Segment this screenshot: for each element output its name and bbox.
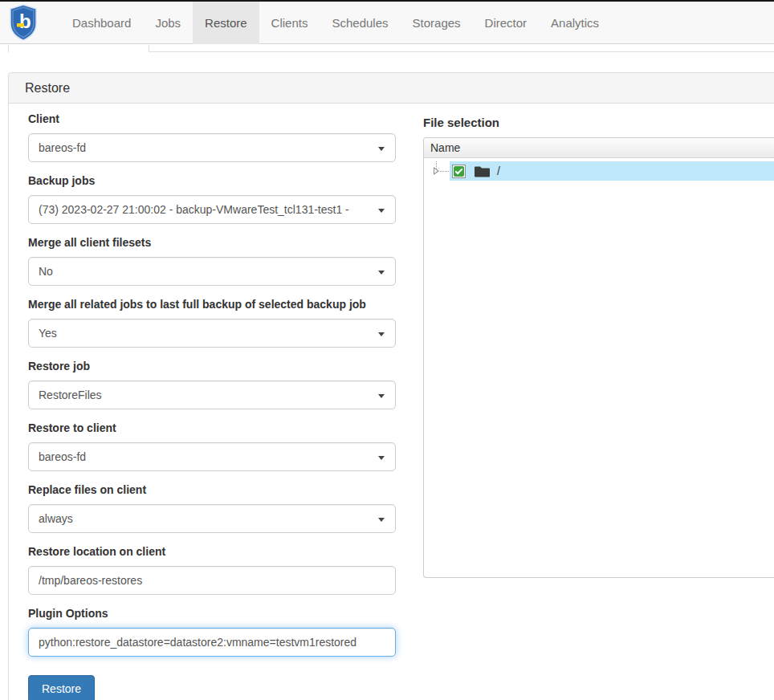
svg-text:b: b — [19, 10, 31, 32]
restore-to-client-select-value: bareos-fd — [39, 450, 371, 463]
backup-jobs-label: Backup jobs — [28, 174, 396, 187]
triangle-inner — [434, 169, 438, 173]
tree-column-header-label: Name — [430, 141, 460, 154]
merge-filesets-label: Merge all client filesets — [28, 236, 396, 249]
plugin-options-label: Plugin Options — [28, 607, 396, 620]
tree-row-root[interactable]: / — [424, 161, 774, 181]
restore-location-input[interactable] — [28, 566, 396, 595]
replace-files-label: Replace files on client — [28, 483, 396, 496]
chevron-down-icon — [378, 209, 385, 213]
main-navbar: b Dashboard Jobs Restore Clients Schedul… — [0, 2, 774, 44]
chevron-down-icon — [378, 271, 385, 275]
backup-jobs-select-value: (73) 2023-02-27 21:00:02 - backup-VMware… — [39, 203, 371, 216]
restore-job-label: Restore job — [28, 360, 396, 372]
expand-arrow-icon[interactable] — [430, 161, 450, 181]
form-group-plugin-options: Plugin Options — [28, 607, 396, 657]
tab-bar-border — [149, 51, 774, 52]
restore-location-label: Restore location on client — [28, 545, 396, 558]
file-selection-section: File selection Name / — [423, 112, 774, 578]
nav-item-schedules[interactable]: Schedules — [320, 2, 400, 44]
client-select-value: bareos-fd — [39, 141, 371, 154]
merge-filesets-select-value: No — [39, 265, 371, 278]
tree-column-header-name[interactable]: Name — [424, 138, 774, 158]
replace-files-select[interactable]: always — [28, 504, 396, 533]
bareos-logo[interactable]: b — [10, 4, 37, 41]
file-selection-title: File selection — [423, 116, 774, 129]
merge-related-select-value: Yes — [39, 327, 371, 340]
panel-title: Restore — [9, 73, 774, 104]
folder-icon — [474, 165, 491, 178]
form-group-replace-files: Replace files on client always — [28, 483, 396, 533]
restore-to-client-label: Restore to client — [28, 421, 396, 434]
tab-strip — [0, 45, 774, 72]
restore-form: Client bareos-fd Backup jobs (73) 2023-0… — [28, 112, 396, 700]
checkbox-checked-icon[interactable] — [452, 165, 466, 178]
nav-item-analytics[interactable]: Analytics — [539, 2, 611, 44]
form-group-restore-job: Restore job RestoreFiles — [28, 360, 396, 409]
restore-to-client-select[interactable]: bareos-fd — [28, 442, 396, 471]
nav-item-restore[interactable]: Restore — [193, 2, 259, 44]
form-group-merge-related: Merge all related jobs to last full back… — [28, 298, 396, 348]
plugin-options-input[interactable] — [28, 628, 396, 657]
restore-job-select-value: RestoreFiles — [39, 389, 371, 401]
form-group-backup-jobs: Backup jobs (73) 2023-02-27 21:00:02 - b… — [28, 174, 396, 224]
merge-related-label: Merge all related jobs to last full back… — [28, 298, 396, 311]
chevron-down-icon — [378, 456, 385, 460]
nav-menu: Dashboard Jobs Restore Clients Schedules… — [60, 2, 611, 44]
tree-node-label: / — [497, 165, 500, 177]
chevron-down-icon — [378, 332, 385, 336]
chevron-down-icon — [378, 147, 385, 151]
active-tab-remnant[interactable] — [8, 45, 149, 52]
file-selection-tree: Name / — [423, 137, 774, 578]
form-group-client: Client bareos-fd — [28, 112, 396, 162]
nav-item-storages[interactable]: Storages — [401, 2, 473, 44]
backup-jobs-select[interactable]: (73) 2023-02-27 21:00:02 - backup-VMware… — [28, 195, 396, 224]
client-label: Client — [28, 112, 396, 125]
merge-filesets-select[interactable]: No — [28, 257, 396, 286]
nav-item-dashboard[interactable]: Dashboard — [60, 2, 143, 44]
restore-button[interactable]: Restore — [28, 675, 95, 700]
merge-related-select[interactable]: Yes — [28, 319, 396, 348]
restore-job-select[interactable]: RestoreFiles — [28, 381, 396, 409]
nav-item-clients[interactable]: Clients — [259, 2, 320, 44]
form-group-restore-to-client: Restore to client bareos-fd — [28, 421, 396, 471]
selected-row-highlight[interactable]: / — [450, 161, 774, 181]
form-group-merge-filesets: Merge all client filesets No — [28, 236, 396, 286]
replace-files-select-value: always — [39, 512, 371, 525]
checkmark-icon — [454, 166, 464, 177]
client-select[interactable]: bareos-fd — [28, 133, 396, 162]
nav-item-jobs[interactable]: Jobs — [143, 2, 193, 44]
nav-item-director[interactable]: Director — [473, 2, 540, 44]
form-group-restore-location: Restore location on client — [28, 545, 396, 595]
bareos-shield-icon: b — [10, 4, 37, 41]
chevron-down-icon — [378, 394, 385, 398]
chevron-down-icon — [378, 518, 385, 522]
